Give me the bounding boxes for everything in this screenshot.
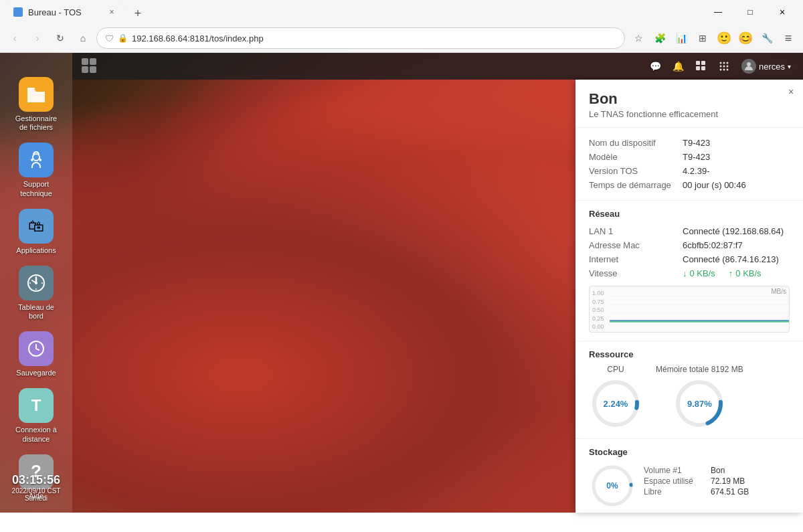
free-value: 674.51 GB <box>711 487 749 497</box>
sidebar-item-dashboard[interactable]: Tableau debord <box>6 260 66 326</box>
storage-info: Volume #1 Bon Espace utilisé 72.19 MB Li… <box>644 462 749 497</box>
tos-version-value: 4.2.39- <box>683 166 709 176</box>
main-content: 💬 🔔 <box>0 53 803 513</box>
tos-topbar-right: 💬 🔔 <box>646 57 795 76</box>
storage-percent: 0% <box>606 481 618 491</box>
tos-version-row: Version TOS 4.2.39- <box>589 164 790 178</box>
status-panel: × Bon Le TNAS fonctionne efficacement No… <box>575 80 803 513</box>
title-bar-controls: — □ × <box>703 0 798 24</box>
tos-logo-icon[interactable] <box>80 57 99 76</box>
menu-icon[interactable]: ≡ <box>779 29 798 48</box>
mac-value: 6cbfb5:02:87:f7 <box>683 240 743 250</box>
uptime-row: Temps de démarrage 00 jour (s) 00:46 <box>589 178 790 192</box>
sidebar-item-file-manager[interactable]: Gestionnairede fichiers <box>6 72 66 137</box>
internet-label: Internet <box>589 254 683 264</box>
speed-down-value: 0 KB/s <box>690 268 715 278</box>
svg-point-18 <box>33 154 39 161</box>
tab-close-button[interactable]: × <box>106 6 118 18</box>
title-bar: Bureau - TOS × + — □ × <box>0 0 803 24</box>
lan-row: LAN 1 Connecté (192.168.68.64) <box>589 224 790 238</box>
chart-y-3: 0.50 <box>592 306 604 313</box>
close-button[interactable]: × <box>767 0 798 24</box>
user-chevron-icon: ▾ <box>788 63 791 70</box>
svg-rect-0 <box>82 58 88 65</box>
extension-icon-1[interactable]: 🧩 <box>650 29 669 48</box>
forward-button[interactable]: › <box>28 29 47 48</box>
sidebar-item-backup[interactable]: Sauvegarde <box>6 326 66 383</box>
home-button[interactable]: ⌂ <box>74 29 92 48</box>
new-tab-button[interactable]: + <box>128 4 147 23</box>
tos-clock: 03:15:56 2022/09/10 CST Samedi <box>0 473 72 502</box>
speed-values: ↓ 0 KB/s ↑ 0 KB/s <box>683 268 762 278</box>
speed-label: Vitesse <box>589 268 683 278</box>
url-bar[interactable]: 🛡 🔒 192.168.68.64:8181/tos/index.php <box>96 27 625 49</box>
svg-rect-1 <box>90 58 96 65</box>
chart-y-labels: 1.00 0.75 0.50 0.25 0.00 <box>592 290 604 330</box>
free-row: Libre 674.51 GB <box>644 486 749 497</box>
sidebar-item-support[interactable]: Supporttechnique <box>6 137 66 203</box>
panel-status-subtitle: Le TNAS fonctionne efficacement <box>589 109 790 119</box>
network-chart-svg <box>610 286 789 323</box>
reload-button[interactable]: ↻ <box>51 29 70 48</box>
resource-section-title: Ressource <box>589 349 790 359</box>
network-section: Réseau LAN 1 Connecté (192.168.68.64) Ad… <box>575 201 803 341</box>
internet-row: Internet Connecté (86.74.16.213) <box>589 252 790 266</box>
storage-section-title: Stockage <box>589 447 790 457</box>
dashboard-label: Tableau debord <box>18 303 54 321</box>
cpu-gauge: CPU 2.24% <box>589 365 642 430</box>
svg-rect-2 <box>82 66 88 73</box>
settings-icon[interactable]: 🔧 <box>757 29 776 48</box>
lan-label: LAN 1 <box>589 226 683 236</box>
memory-label: Mémoire totale 8192 MB <box>656 365 743 374</box>
memory-gauge-wrap: 9.87% <box>673 377 726 430</box>
browser-tab[interactable]: Bureau - TOS × <box>5 1 126 23</box>
back-button[interactable]: ‹ <box>5 29 24 48</box>
tos-sidebar: Gestionnairede fichiers Supporttechnique <box>0 53 72 513</box>
speed-up-value: 0 KB/s <box>735 268 761 278</box>
memory-value: 9.87% <box>687 399 712 409</box>
url-text: 192.168.68.64:8181/tos/index.php <box>132 33 616 43</box>
svg-point-17 <box>747 62 751 66</box>
lock-icon: 🔒 <box>118 33 128 43</box>
svg-rect-7 <box>701 66 705 70</box>
browser-chrome: Bureau - TOS × + — □ × ‹ › ↻ ⌂ 🛡 🔒 192.1… <box>0 0 803 53</box>
chart-y-2: 0.75 <box>592 298 604 305</box>
grid-apps-icon[interactable] <box>692 57 711 76</box>
svg-point-13 <box>726 66 728 68</box>
backup-label: Sauvegarde <box>16 369 56 377</box>
sidebar-item-applications[interactable]: 🛍 Applications <box>6 203 66 260</box>
minimize-button[interactable]: — <box>703 0 733 24</box>
apps-menu-icon[interactable] <box>715 57 733 76</box>
sidebar-item-remote[interactable]: T Connexion àdistance <box>6 383 66 448</box>
address-bar: ‹ › ↻ ⌂ 🛡 🔒 192.168.68.64:8181/tos/index… <box>0 24 803 52</box>
cpu-gauge-wrap: 2.24% <box>589 377 642 430</box>
svg-point-8 <box>719 62 721 64</box>
used-value: 72.19 MB <box>711 476 745 486</box>
panel-close-button[interactable]: × <box>784 85 798 98</box>
svg-rect-5 <box>701 61 705 65</box>
svg-point-9 <box>723 62 725 64</box>
extension-icon-2[interactable]: 📊 <box>672 29 691 48</box>
panel-header: Bon Le TNAS fonctionne efficacement <box>575 80 803 128</box>
svg-point-20 <box>35 282 37 284</box>
profile-icon-2[interactable]: 😊 <box>736 29 755 48</box>
storage-gauge-wrap: 0% <box>589 462 636 509</box>
tos-topbar: 💬 🔔 <box>72 53 803 80</box>
remote-label: Connexion àdistance <box>15 426 57 443</box>
mac-row: Adresse Mac 6cbfb5:02:87:f7 <box>589 238 790 252</box>
clock-date: 2022/09/10 CST Samedi <box>0 487 72 502</box>
svg-rect-6 <box>696 66 700 70</box>
chart-mb-label: MB/s <box>771 288 786 295</box>
profile-icon-1[interactable]: 🙂 <box>715 29 733 48</box>
chart-y-4: 0.25 <box>592 315 604 322</box>
maximize-button[interactable]: □ <box>735 0 766 24</box>
user-menu[interactable]: nerces ▾ <box>737 58 795 75</box>
cpu-label: CPU <box>607 365 624 374</box>
extension-icon-3[interactable]: ⊞ <box>693 29 712 48</box>
lan-value: Connecté (192.168.68.64) <box>683 226 784 236</box>
volume-row: Volume #1 Bon <box>644 465 749 476</box>
notification-bell-icon[interactable]: 🔔 <box>669 57 688 76</box>
svg-point-15 <box>723 69 725 71</box>
chat-icon[interactable]: 💬 <box>646 57 665 76</box>
bookmark-icon[interactable]: ☆ <box>629 29 648 48</box>
